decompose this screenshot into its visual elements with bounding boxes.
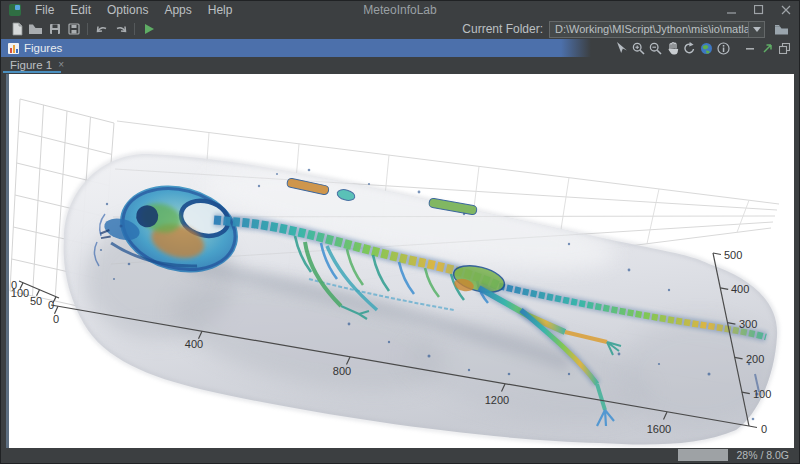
open-button[interactable]	[26, 20, 45, 38]
x-tick-label: 400	[185, 338, 203, 350]
restore-window-icon	[779, 43, 790, 54]
rotate-icon	[683, 42, 696, 55]
y-tick-label: 400	[731, 283, 749, 295]
new-script-button[interactable]	[7, 20, 26, 38]
x-tick-label: 800	[333, 365, 351, 377]
rotate-tool-button[interactable]	[681, 40, 698, 56]
save-as-icon	[67, 22, 81, 36]
memory-usage-text: 28% / 8.0G	[736, 449, 789, 461]
tab-label: Figure 1	[10, 59, 52, 71]
collapse-dash-icon	[746, 44, 755, 53]
x-tick-label: 1600	[647, 423, 671, 435]
undo-button[interactable]	[92, 20, 111, 38]
zoom-out-tool-button[interactable]	[647, 40, 664, 56]
minimize-icon	[727, 5, 737, 15]
figure-canvas[interactable]: 0 400 800 1200 1600 0 100 200 300 400 50…	[6, 74, 794, 448]
y-tick-label: 300	[739, 318, 757, 330]
figures-chart-icon	[8, 43, 19, 54]
y-tick-label: 200	[746, 353, 764, 365]
combo-dropdown-button[interactable]	[748, 22, 764, 37]
close-button[interactable]	[772, 1, 799, 19]
run-icon	[143, 23, 155, 35]
zoom-in-tool-button[interactable]	[630, 40, 647, 56]
new-file-icon	[10, 22, 24, 36]
y-tick-label: 100	[753, 388, 771, 400]
current-folder-label: Current Folder:	[462, 22, 543, 36]
save-button[interactable]	[45, 20, 64, 38]
z-tick-label: 50	[30, 295, 42, 307]
current-folder-combo[interactable]: D:\Working\MIScript\Jython\mis\io\matlab	[549, 21, 765, 38]
window-title: MeteoInfoLab	[363, 1, 436, 19]
zoom-out-icon	[649, 42, 662, 55]
redo-button[interactable]	[111, 20, 130, 38]
tab-close-icon[interactable]: ×	[58, 60, 64, 70]
redo-icon	[114, 23, 128, 35]
full-extent-tool-button[interactable]	[698, 40, 715, 56]
toolbar-separator	[134, 23, 135, 35]
browse-folder-button[interactable]	[771, 20, 791, 38]
pan-tool-button[interactable]	[664, 40, 681, 56]
titlebar: File Edit Options Apps Help MeteoInfoLab	[1, 1, 799, 19]
zoom-in-icon	[632, 42, 645, 55]
float-arrow-icon	[763, 43, 773, 53]
menu-help[interactable]: Help	[200, 1, 241, 19]
x-tick-label: 1200	[485, 394, 509, 406]
hand-icon	[667, 42, 679, 55]
memory-usage-bar	[678, 449, 728, 461]
app-logo-icon	[9, 4, 21, 16]
figures-panel-header: Figures	[1, 39, 799, 57]
toolbar-separator	[87, 23, 88, 35]
float-panel-button[interactable]	[759, 40, 776, 56]
cursor-arrow-icon	[616, 42, 627, 54]
current-folder-value[interactable]: D:\Working\MIScript\Jython\mis\io\matlab	[550, 23, 748, 35]
maximize-button[interactable]	[745, 1, 772, 19]
z-edge-label: 0	[11, 279, 17, 291]
z-tick-label: 0	[48, 299, 54, 311]
y-tick-label: 0	[761, 423, 767, 435]
info-icon	[717, 42, 730, 55]
chevron-down-icon	[753, 27, 761, 32]
maximize-icon	[754, 5, 764, 15]
globe-icon	[700, 42, 713, 55]
main-toolbar: Current Folder: D:\Working\MIScript\Jyth…	[1, 19, 799, 39]
open-folder-icon	[28, 22, 43, 36]
meteoinfolab-window: File Edit Options Apps Help MeteoInfoLab	[0, 0, 800, 464]
figures-panel-title: Figures	[24, 42, 62, 54]
active-tab-underline	[3, 71, 61, 73]
menu-file[interactable]: File	[27, 1, 62, 19]
save-as-button[interactable]	[64, 20, 83, 38]
y-tick-label: 500	[724, 249, 742, 261]
status-bar: 28% / 8.0G	[1, 446, 799, 463]
x-tick-label: 0	[53, 313, 59, 325]
menu-edit[interactable]: Edit	[62, 1, 99, 19]
identify-tool-button[interactable]	[715, 40, 732, 56]
restore-panel-button[interactable]	[776, 40, 793, 56]
run-button[interactable]	[139, 20, 158, 38]
folder-icon	[774, 23, 789, 36]
menu-options[interactable]: Options	[99, 1, 156, 19]
save-icon	[48, 22, 62, 36]
undo-icon	[95, 23, 109, 35]
close-icon	[781, 5, 791, 15]
figure-tab-bar: Figure 1 ×	[1, 57, 799, 74]
collapse-panel-button[interactable]	[742, 40, 759, 56]
minimize-button[interactable]	[718, 1, 745, 19]
3d-volume-plot[interactable]: 0 400 800 1200 1600 0 100 200 300 400 50…	[9, 74, 794, 448]
menu-apps[interactable]: Apps	[156, 1, 199, 19]
tab-figure-1[interactable]: Figure 1 ×	[3, 57, 71, 72]
select-tool-button[interactable]	[613, 40, 630, 56]
